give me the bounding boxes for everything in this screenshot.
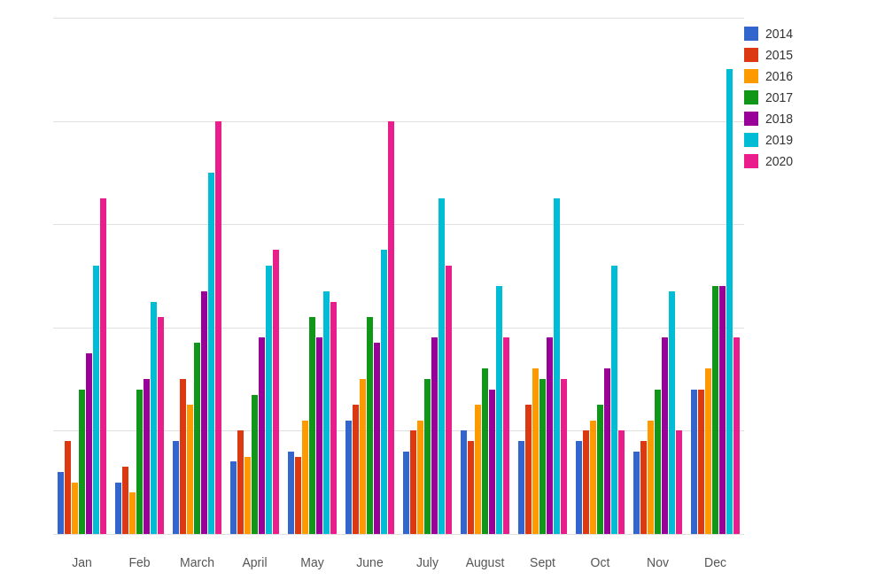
bar-2019-july — [438, 198, 445, 534]
bar-2015-july — [410, 430, 416, 534]
bar-2015-oct — [583, 430, 589, 534]
bar-2015-august — [468, 441, 474, 534]
bar-2017-jan — [79, 390, 85, 534]
bar-2020-feb — [158, 317, 164, 534]
bar-2018-oct — [604, 368, 610, 534]
bar-2017-feb — [136, 390, 143, 534]
bar-2018-sept — [547, 337, 553, 534]
bar-2019-sept — [554, 198, 560, 534]
bar-2019-may — [323, 291, 330, 534]
bar-2015-march — [180, 379, 186, 534]
month-group-june — [341, 18, 399, 534]
month-group-march — [168, 18, 226, 534]
bar-2019-nov — [669, 291, 675, 534]
bar-2020-sept — [561, 379, 567, 534]
bar-2014-april — [230, 461, 237, 534]
chart-area: JanFebMarchAprilMayJuneJulyAugustSeptOct… — [53, 18, 744, 535]
legend: 2014201520162017201820192020 — [744, 18, 859, 535]
bar-2016-july — [417, 421, 423, 534]
legend-item-2018: 2018 — [744, 112, 859, 126]
bar-2014-jan — [58, 472, 64, 534]
bar-2014-oct — [576, 441, 582, 534]
x-label-may: May — [283, 555, 341, 569]
bar-2019-dec — [726, 69, 733, 534]
bar-2016-dec — [705, 368, 711, 534]
bar-2015-april — [237, 430, 244, 534]
bar-2020-march — [215, 121, 221, 534]
legend-label-2020: 2020 — [765, 154, 793, 168]
bar-2020-august — [503, 337, 509, 534]
bar-2016-march — [187, 405, 193, 534]
bar-2017-april — [252, 395, 258, 534]
legend-label-2018: 2018 — [765, 112, 793, 126]
bar-2019-march — [208, 173, 214, 534]
bar-2016-sept — [532, 368, 539, 534]
month-group-august — [456, 18, 514, 534]
month-group-may — [283, 18, 341, 534]
bar-2018-june — [374, 343, 380, 534]
bar-2020-nov — [676, 430, 682, 534]
bar-2018-july — [431, 337, 438, 534]
bar-2019-oct — [611, 266, 617, 534]
bar-2017-june — [367, 317, 373, 534]
legend-item-2016: 2016 — [744, 69, 859, 83]
bar-2014-feb — [115, 483, 121, 534]
bar-2016-feb — [129, 492, 136, 534]
bar-2015-may — [295, 457, 301, 534]
bars-area — [53, 18, 744, 534]
legend-color-2019 — [744, 133, 758, 147]
bar-2014-august — [461, 430, 467, 534]
bar-2014-nov — [633, 452, 640, 534]
month-group-july — [399, 18, 456, 534]
bar-2015-nov — [640, 441, 647, 534]
x-label-april: April — [226, 555, 283, 569]
bar-2019-jan — [93, 266, 99, 534]
bar-2018-august — [489, 390, 495, 534]
bar-2018-may — [316, 337, 322, 534]
legend-color-2015 — [744, 48, 758, 62]
bar-2018-april — [259, 337, 265, 534]
bar-2015-sept — [525, 405, 532, 534]
legend-label-2017: 2017 — [765, 90, 793, 104]
bar-2016-oct — [590, 421, 596, 534]
bar-2020-dec — [733, 337, 740, 534]
bar-2019-june — [381, 250, 387, 534]
bar-2020-jan — [100, 198, 106, 534]
month-group-dec — [687, 18, 744, 534]
legend-item-2014: 2014 — [744, 27, 859, 41]
bar-2016-jan — [72, 483, 78, 534]
bar-2014-june — [345, 421, 352, 534]
legend-label-2015: 2015 — [765, 48, 793, 62]
bar-2016-may — [302, 421, 308, 534]
month-group-oct — [571, 18, 629, 534]
legend-color-2018 — [744, 112, 758, 126]
x-label-oct: Oct — [571, 555, 629, 569]
x-label-march: March — [168, 555, 226, 569]
x-label-feb: Feb — [111, 555, 168, 569]
month-group-jan — [53, 18, 111, 534]
bar-2017-sept — [539, 379, 546, 534]
bar-2018-nov — [662, 337, 668, 534]
month-group-sept — [514, 18, 571, 534]
bar-2017-nov — [655, 390, 661, 534]
bar-2014-dec — [691, 390, 697, 534]
legend-label-2016: 2016 — [765, 69, 793, 83]
bar-2014-may — [288, 452, 294, 534]
bar-2018-dec — [719, 286, 726, 534]
legend-color-2017 — [744, 90, 758, 104]
bar-2015-dec — [698, 390, 704, 534]
bar-2019-august — [496, 286, 502, 534]
bar-2016-june — [360, 379, 366, 534]
x-label-july: July — [399, 555, 456, 569]
bar-2018-jan — [86, 353, 92, 534]
bar-2017-dec — [712, 286, 718, 534]
bar-2019-feb — [151, 302, 157, 534]
bar-2020-april — [273, 250, 279, 534]
bar-2018-march — [201, 291, 207, 534]
bar-2017-may — [309, 317, 315, 534]
x-label-sept: Sept — [514, 555, 571, 569]
x-label-jan: Jan — [53, 555, 111, 569]
bar-2017-oct — [597, 405, 603, 534]
bar-2015-june — [353, 405, 359, 534]
grid-line — [53, 534, 744, 535]
